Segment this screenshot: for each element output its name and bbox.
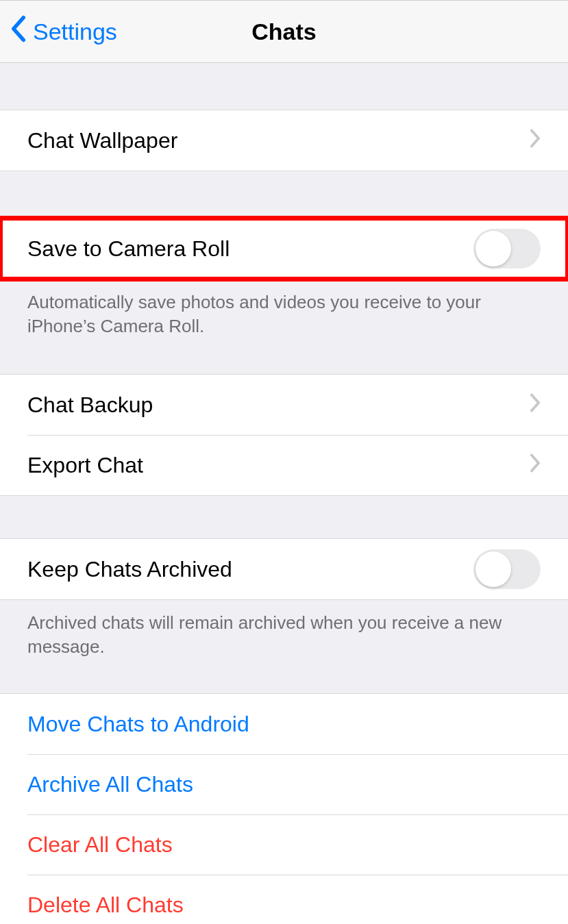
row-keep-archived[interactable]: Keep Chats Archived: [0, 539, 568, 599]
back-label: Settings: [33, 18, 117, 45]
back-button[interactable]: Settings: [11, 15, 117, 48]
toggle-save-camera-roll[interactable]: [473, 229, 541, 269]
row-chat-wallpaper[interactable]: Chat Wallpaper: [0, 110, 568, 171]
row-label: Save to Camera Roll: [27, 236, 473, 262]
chevron-right-icon: [530, 392, 541, 418]
action-archive-all[interactable]: Archive All Chats: [0, 754, 568, 814]
chevron-right-icon: [530, 453, 541, 478]
group-backup: Chat Backup Export Chat: [0, 374, 568, 496]
row-chat-backup[interactable]: Chat Backup: [0, 375, 568, 435]
nav-bar: Settings Chats: [0, 0, 568, 63]
row-label: Chat Backup: [27, 392, 530, 418]
group-actions: Move Chats to Android Archive All Chats …: [0, 693, 568, 924]
toggle-knob: [476, 231, 511, 266]
action-label: Clear All Chats: [27, 832, 173, 858]
footer-archive: Archived chats will remain archived when…: [0, 600, 568, 675]
row-label: Export Chat: [27, 453, 530, 478]
row-label: Chat Wallpaper: [27, 128, 530, 153]
row-label: Keep Chats Archived: [27, 557, 473, 582]
row-save-camera-roll[interactable]: Save to Camera Roll: [0, 218, 568, 279]
action-label: Archive All Chats: [27, 772, 193, 797]
toggle-keep-archived[interactable]: [473, 549, 541, 589]
chevron-right-icon: [530, 128, 541, 153]
group-wallpaper: Chat Wallpaper: [0, 110, 568, 171]
action-label: Delete All Chats: [27, 892, 184, 918]
chevron-left-icon: [11, 15, 33, 48]
group-camera-roll: Save to Camera Roll: [0, 218, 568, 279]
action-move-android[interactable]: Move Chats to Android: [0, 694, 568, 754]
footer-camera-roll: Automatically save photos and videos you…: [0, 279, 568, 355]
action-clear-all[interactable]: Clear All Chats: [0, 814, 568, 875]
group-archive: Keep Chats Archived: [0, 538, 568, 600]
page-title: Chats: [251, 18, 316, 45]
action-label: Move Chats to Android: [27, 712, 249, 737]
action-delete-all[interactable]: Delete All Chats: [0, 875, 568, 924]
row-export-chat[interactable]: Export Chat: [0, 435, 568, 495]
toggle-knob: [476, 551, 511, 587]
